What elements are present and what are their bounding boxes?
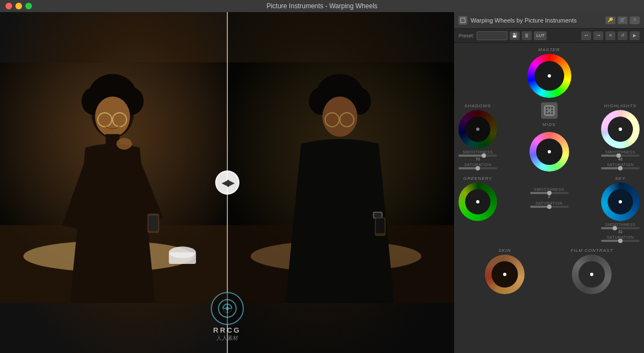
plugin-icon xyxy=(459,16,467,25)
sky-smoothness-track[interactable] xyxy=(601,227,640,229)
sky-wheel[interactable] xyxy=(601,183,640,221)
svg-point-25 xyxy=(322,96,357,136)
highlights-smoothness-track[interactable] xyxy=(601,155,640,157)
sky-saturation-container: SATURATION xyxy=(601,235,640,242)
greenery-smoothness-value: 0 xyxy=(548,195,550,198)
greenery-smoothness-track[interactable] xyxy=(530,192,569,194)
master-wheel-container: MASTER xyxy=(526,46,572,99)
shadows-smoothness-container: SMOOTHNESS 70 xyxy=(459,150,497,161)
shadows-smoothness-value: 70 xyxy=(476,157,480,161)
preset-dropdown[interactable] xyxy=(477,31,508,40)
window-title: Picture Instruments - Warping Wheels xyxy=(266,2,378,10)
sky-wheel-container: SKY SMOOTHNESS 32 xyxy=(600,175,641,244)
svg-rect-5 xyxy=(169,252,196,264)
shadows-wheel-container: SHADOWS SMOOTHNESS 70 xyxy=(457,102,498,171)
shadows-label: SHADOWS xyxy=(465,103,491,108)
greenery-saturation-track[interactable] xyxy=(530,206,569,208)
shadows-wheel[interactable] xyxy=(459,110,497,148)
mids-wheel[interactable] xyxy=(530,132,569,172)
film-contrast-label: Film Contrast xyxy=(571,248,613,253)
close-plugin-button[interactable]: ✕ xyxy=(605,31,615,40)
svg-point-39 xyxy=(545,107,547,109)
svg-point-45 xyxy=(548,113,550,114)
skin-wheel[interactable] xyxy=(485,255,525,294)
greenery-wheel-container: GREENERY xyxy=(457,175,498,222)
maximize-button[interactable] xyxy=(25,3,32,9)
film-contrast-dot xyxy=(590,273,593,276)
plugin-controls: 🔑 🛒 ? xyxy=(605,16,640,24)
image-panel: ◀▶ RRCG 人人素材 xyxy=(0,12,454,353)
svg-point-40 xyxy=(548,107,550,109)
close-button[interactable] xyxy=(6,3,12,9)
image-split: ◀▶ RRCG 人人素材 xyxy=(0,12,454,353)
undo-button[interactable]: ↩ xyxy=(581,31,591,40)
greenery-sky-row: GREENERY SMOOTHNESS xyxy=(456,175,642,244)
watermark-brand: RRCG xyxy=(213,326,241,334)
plugin-toolbar: Preset: 💾 🗑 LUT ↩ ↪ ✕ ↺ ▶ xyxy=(454,29,644,43)
film-contrast-wheel-container: Film Contrast xyxy=(570,247,614,295)
plugin-logo-icon xyxy=(460,18,466,23)
lut-button[interactable]: LUT xyxy=(534,31,547,40)
skin-wheel-container: Skin xyxy=(484,247,526,295)
film-contrast-wheel[interactable] xyxy=(572,255,612,294)
redo-button[interactable]: ↪ xyxy=(593,31,603,40)
shadows-smoothness-track[interactable] xyxy=(459,155,497,157)
greenery-wheel[interactable] xyxy=(459,183,497,221)
highlights-smoothness-value: 48 xyxy=(618,157,623,161)
master-dot xyxy=(548,74,551,78)
greenery-smoothness-container: SMOOTHNESS 0 xyxy=(530,187,569,198)
reset-button[interactable]: ↺ xyxy=(618,31,627,40)
skin-label: Skin xyxy=(499,248,511,253)
greenery-saturation-container: SATURATION xyxy=(530,201,569,208)
delete-preset-button[interactable]: 🗑 xyxy=(522,31,532,40)
mids-label: MIDS xyxy=(543,122,556,127)
wheels-area: MASTER SHADOWS xyxy=(454,43,644,353)
greenery-label: GREENERY xyxy=(463,176,493,181)
skin-dot xyxy=(503,273,506,276)
svg-rect-16 xyxy=(149,216,158,231)
key-button[interactable]: 🔑 xyxy=(605,16,615,24)
master-wheel[interactable] xyxy=(527,54,571,98)
highlights-saturation-track[interactable] xyxy=(601,167,640,169)
dice-button[interactable] xyxy=(541,102,558,119)
greenery-center-sliders: SMOOTHNESS 0 SATURATION xyxy=(530,175,569,208)
window-controls xyxy=(6,3,32,9)
watermark-subtitle: 人人素材 xyxy=(216,334,238,342)
shadows-dot xyxy=(476,128,479,131)
highlights-wheel-container: HIGHLIGHTS SMOOTHNESS 48 xyxy=(600,102,641,171)
minimize-button[interactable] xyxy=(15,3,22,9)
help-button[interactable]: ? xyxy=(630,16,640,24)
highlights-smoothness-container: SMOOTHNESS 48 xyxy=(601,150,640,161)
watermark: RRCG 人人素材 xyxy=(211,292,244,342)
split-arrows-icon: ◀▶ xyxy=(222,178,233,188)
sky-saturation-track[interactable] xyxy=(601,240,640,242)
highlights-wheel[interactable] xyxy=(601,110,640,148)
plugin-panel: Warping Wheels by Picture Instruments 🔑 … xyxy=(454,12,644,353)
watermark-logo xyxy=(211,292,244,325)
image-after xyxy=(227,12,455,353)
expand-button[interactable]: ▶ xyxy=(630,31,640,40)
plugin-title-text: Warping Wheels by Picture Instruments xyxy=(471,17,602,24)
cart-button[interactable]: 🛒 xyxy=(618,16,627,24)
svg-point-43 xyxy=(551,110,553,112)
svg-point-44 xyxy=(545,113,547,114)
plugin-header: Warping Wheels by Picture Instruments 🔑 … xyxy=(454,12,644,29)
sky-smoothness-container: SMOOTHNESS 32 xyxy=(601,223,640,234)
master-label: MASTER xyxy=(538,47,560,52)
shadows-saturation-track[interactable] xyxy=(459,167,497,169)
svg-rect-31 xyxy=(376,219,385,234)
shadows-smoothness-label: SMOOTHNESS xyxy=(463,150,493,154)
highlights-smoothness-label: SMOOTHNESS xyxy=(605,150,636,154)
sky-smoothness-label: SMOOTHNESS xyxy=(605,223,636,227)
highlights-dot xyxy=(619,128,622,131)
split-handle[interactable]: ◀▶ xyxy=(215,170,239,195)
svg-rect-37 xyxy=(461,19,465,22)
dice-icon xyxy=(544,105,555,116)
image-before xyxy=(0,12,227,353)
highlights-saturation-container: SATURATION xyxy=(601,163,640,170)
svg-point-17 xyxy=(117,138,132,150)
save-preset-button[interactable]: 💾 xyxy=(510,31,520,40)
sky-label: SKY xyxy=(615,176,625,181)
center-mids-area: MIDS xyxy=(530,102,569,172)
rrcg-logo-icon xyxy=(217,299,237,318)
